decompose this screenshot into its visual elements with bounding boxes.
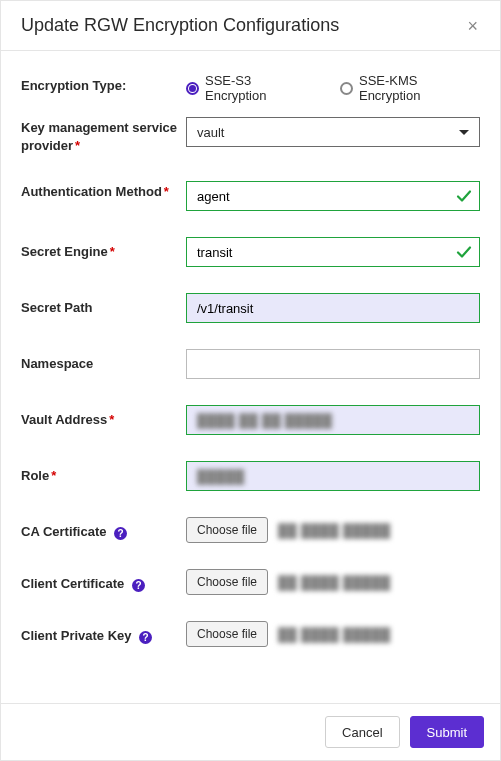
label-namespace: Namespace bbox=[21, 349, 186, 373]
modal-update-rgw-encryption: Update RGW Encryption Configurations × E… bbox=[0, 0, 501, 761]
row-secret-path: Secret Path bbox=[21, 293, 480, 323]
secret-path-input[interactable] bbox=[186, 293, 480, 323]
modal-body: Encryption Type: SSE-S3 Encryption SSE-K… bbox=[1, 51, 500, 703]
modal-title: Update RGW Encryption Configurations bbox=[21, 15, 339, 36]
label-secret-path: Secret Path bbox=[21, 293, 186, 317]
row-vault-address: Vault Address* ████ ██ ██ █████ bbox=[21, 405, 480, 435]
help-icon[interactable]: ? bbox=[114, 527, 127, 540]
vault-address-input[interactable]: ████ ██ ██ █████ bbox=[186, 405, 480, 435]
row-client-cert: Client Certificate ? Choose file ██ ████… bbox=[21, 569, 480, 595]
row-auth-method: Authentication Method* bbox=[21, 181, 480, 211]
radio-sse-s3-label: SSE-S3 Encryption bbox=[205, 73, 314, 103]
required-asterisk-icon: * bbox=[109, 412, 114, 427]
label-client-key: Client Private Key ? bbox=[21, 621, 186, 645]
radio-dot-selected-icon bbox=[186, 82, 199, 95]
client-cert-choose-file-button[interactable]: Choose file bbox=[186, 569, 268, 595]
label-encryption-type: Encryption Type: bbox=[21, 71, 186, 95]
row-secret-engine: Secret Engine* bbox=[21, 237, 480, 267]
radio-sse-s3[interactable]: SSE-S3 Encryption bbox=[186, 73, 314, 103]
auth-method-input[interactable] bbox=[186, 181, 480, 211]
label-secret-engine: Secret Engine* bbox=[21, 237, 186, 261]
row-ca-cert: CA Certificate ? Choose file ██ ████ ███… bbox=[21, 517, 480, 543]
label-client-cert: Client Certificate ? bbox=[21, 569, 186, 593]
required-asterisk-icon: * bbox=[164, 184, 169, 199]
required-asterisk-icon: * bbox=[51, 468, 56, 483]
label-auth-method: Authentication Method* bbox=[21, 181, 186, 201]
label-role: Role* bbox=[21, 461, 186, 485]
row-role: Role* █████ bbox=[21, 461, 480, 491]
help-icon[interactable]: ? bbox=[139, 631, 152, 644]
secret-engine-input[interactable] bbox=[186, 237, 480, 267]
row-encryption-type: Encryption Type: SSE-S3 Encryption SSE-K… bbox=[21, 71, 480, 103]
encryption-type-radio-group: SSE-S3 Encryption SSE-KMS Encryption bbox=[186, 71, 480, 103]
client-key-filename-obscured: ██ ████ █████ bbox=[278, 627, 390, 642]
row-client-key: Client Private Key ? Choose file ██ ████… bbox=[21, 621, 480, 647]
vault-address-value-obscured: ████ ██ ██ █████ bbox=[197, 413, 332, 428]
cancel-button[interactable]: Cancel bbox=[325, 716, 399, 748]
required-asterisk-icon: * bbox=[110, 244, 115, 259]
modal-header: Update RGW Encryption Configurations × bbox=[1, 1, 500, 51]
role-input[interactable]: █████ bbox=[186, 461, 480, 491]
namespace-input[interactable] bbox=[186, 349, 480, 379]
row-kms-provider: Key management service provider* vault bbox=[21, 117, 480, 155]
radio-dot-empty-icon bbox=[340, 82, 353, 95]
radio-sse-kms[interactable]: SSE-KMS Encryption bbox=[340, 73, 480, 103]
client-cert-filename-obscured: ██ ████ █████ bbox=[278, 575, 390, 590]
kms-provider-select[interactable]: vault bbox=[186, 117, 480, 147]
help-icon[interactable]: ? bbox=[132, 579, 145, 592]
label-ca-cert: CA Certificate ? bbox=[21, 517, 186, 541]
label-kms-provider: Key management service provider* bbox=[21, 117, 186, 155]
chevron-down-icon bbox=[459, 130, 469, 135]
required-asterisk-icon: * bbox=[75, 138, 80, 153]
label-vault-address: Vault Address* bbox=[21, 405, 186, 429]
modal-footer: Cancel Submit bbox=[1, 703, 500, 760]
kms-provider-value: vault bbox=[197, 125, 224, 140]
ca-cert-choose-file-button[interactable]: Choose file bbox=[186, 517, 268, 543]
submit-button[interactable]: Submit bbox=[410, 716, 484, 748]
client-key-choose-file-button[interactable]: Choose file bbox=[186, 621, 268, 647]
role-value-obscured: █████ bbox=[197, 469, 245, 484]
close-icon[interactable]: × bbox=[465, 17, 480, 35]
radio-sse-kms-label: SSE-KMS Encryption bbox=[359, 73, 480, 103]
ca-cert-filename-obscured: ██ ████ █████ bbox=[278, 523, 390, 538]
row-namespace: Namespace bbox=[21, 349, 480, 379]
